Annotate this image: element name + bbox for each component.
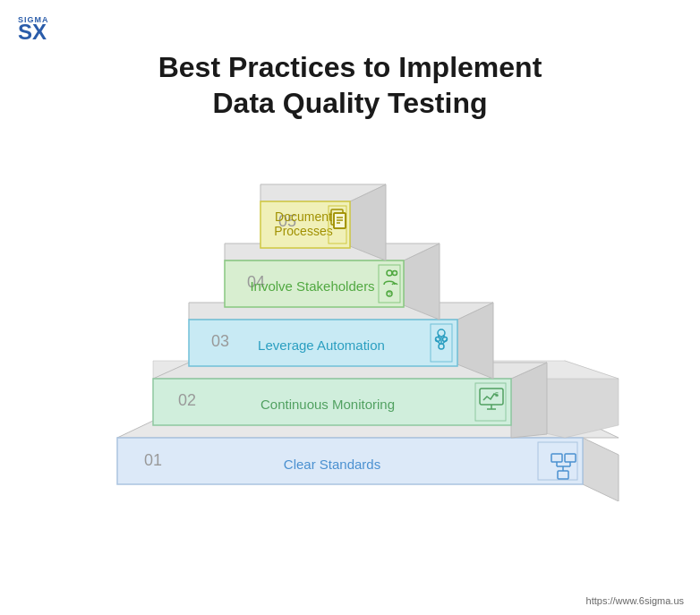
svg-marker-0 [583, 438, 619, 501]
svg-text:02: 02 [178, 391, 196, 409]
svg-text:Involve Stakeholders: Involve Stakeholders [250, 278, 374, 294]
svg-text:Document: Document [275, 209, 332, 224]
footer-url: https://www.6sigma.us [586, 595, 684, 606]
pyramid-container: 01 Clear Standards 02 Continuous Monitor… [64, 130, 636, 497]
svg-text:Leverage Automation: Leverage Automation [258, 337, 385, 353]
svg-text:01: 01 [144, 451, 162, 469]
svg-text:Continuous Monitoring: Continuous Monitoring [260, 397, 395, 412]
logo-sx: SX [18, 21, 47, 43]
svg-text:Processes: Processes [274, 224, 332, 238]
svg-text:?: ? [388, 291, 391, 297]
svg-text:Clear Standards: Clear Standards [284, 457, 380, 472]
logo: SIGMA SX [18, 16, 49, 43]
title-area: Best Practices to Implement Data Quality… [0, 0, 700, 130]
title-line1: Best Practices to Implement [0, 49, 700, 85]
title-line2: Data Quality Testing [0, 85, 700, 121]
svg-text:$: $ [495, 391, 499, 397]
svg-text:03: 03 [211, 332, 229, 350]
pyramid-svg: 01 Clear Standards 02 Continuous Monitor… [64, 130, 636, 501]
